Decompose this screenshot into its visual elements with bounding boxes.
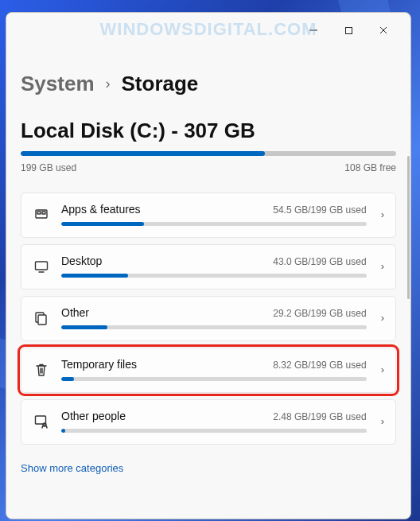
disk-free-label: 108 GB free: [344, 162, 396, 173]
show-more-link[interactable]: Show more categories: [21, 462, 123, 474]
category-item[interactable]: Other people2.48 GB/199 GB used›: [21, 399, 396, 445]
category-name: Other: [61, 306, 89, 319]
category-bar-fill: [61, 377, 74, 381]
category-item[interactable]: Desktop43.0 GB/199 GB used›: [21, 244, 396, 290]
category-bar: [61, 377, 367, 381]
desktop-icon: [33, 259, 50, 274]
titlebar: [6, 13, 410, 48]
svg-rect-1: [345, 27, 352, 33]
category-body: Temporary files8.32 GB/199 GB used: [61, 358, 367, 381]
category-bar: [61, 274, 367, 278]
category-bar: [61, 429, 367, 433]
category-bar-fill: [61, 274, 128, 278]
svg-rect-5: [37, 212, 41, 214]
disk-usage-labels: 199 GB used 108 GB free: [21, 162, 396, 173]
category-item[interactable]: Temporary files8.32 GB/199 GB used›: [21, 348, 396, 393]
category-bar-fill: [61, 222, 144, 226]
category-bar-fill: [61, 325, 107, 329]
other-icon: [33, 310, 50, 326]
close-button[interactable]: [366, 17, 401, 43]
category-bar: [61, 325, 367, 329]
category-name: Apps & features: [61, 203, 141, 216]
category-body: Other29.2 GB/199 GB used: [61, 306, 367, 329]
category-size: 2.48 GB/199 GB used: [273, 411, 366, 422]
scrollbar[interactable]: [407, 156, 410, 299]
category-bar: [61, 222, 367, 226]
breadcrumb-current: Storage: [122, 72, 199, 96]
breadcrumb: System › Storage: [21, 72, 396, 96]
category-size: 8.32 GB/199 GB used: [273, 360, 366, 371]
chevron-right-icon: ›: [378, 364, 384, 375]
settings-window: WINDOWSDIGITAL.COM System › Storage Loca…: [6, 12, 411, 519]
trash-icon: [33, 362, 50, 378]
disk-usage-fill: [21, 151, 265, 156]
svg-rect-10: [38, 315, 46, 325]
chevron-right-icon: ›: [378, 260, 384, 272]
chevron-right-icon: ›: [378, 312, 384, 324]
category-bar-fill: [61, 429, 65, 433]
category-size: 54.5 GB/199 GB used: [273, 204, 366, 216]
category-name: Other people: [61, 410, 126, 422]
category-list: Apps & features54.5 GB/199 GB used›Deskt…: [21, 192, 396, 445]
chevron-right-icon: ›: [378, 415, 384, 427]
category-item[interactable]: Apps & features54.5 GB/199 GB used›: [21, 192, 396, 238]
chevron-right-icon: ›: [378, 208, 384, 220]
minimize-button[interactable]: [296, 17, 331, 43]
breadcrumb-parent[interactable]: System: [21, 72, 95, 96]
chevron-right-icon: ›: [106, 76, 111, 92]
category-body: Desktop43.0 GB/199 GB used: [61, 255, 367, 278]
disk-title: Local Disk (C:) - 307 GB: [21, 119, 396, 143]
category-name: Temporary files: [61, 358, 137, 371]
disk-usage-bar: [21, 151, 396, 156]
maximize-button[interactable]: [331, 17, 366, 43]
category-size: 29.2 GB/199 GB used: [273, 308, 366, 319]
svg-rect-7: [36, 262, 48, 270]
content-area: System › Storage Local Disk (C:) - 307 G…: [6, 48, 410, 519]
disk-used-label: 199 GB used: [21, 162, 76, 173]
people-icon: [33, 414, 50, 430]
category-body: Apps & features54.5 GB/199 GB used: [61, 203, 367, 226]
svg-rect-6: [42, 212, 45, 214]
category-item[interactable]: Other29.2 GB/199 GB used›: [21, 296, 396, 341]
category-body: Other people2.48 GB/199 GB used: [61, 410, 367, 433]
apps-icon: [33, 207, 50, 223]
category-name: Desktop: [61, 255, 102, 267]
category-size: 43.0 GB/199 GB used: [273, 256, 366, 267]
